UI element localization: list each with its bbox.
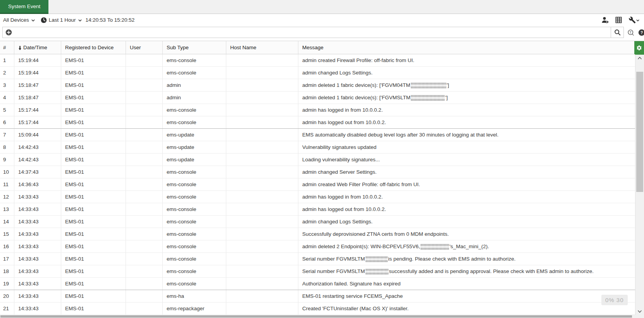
- cell-user: [126, 228, 163, 240]
- table-row[interactable]: 715:09:44EMS-01ems-updateEMS automatical…: [0, 129, 635, 141]
- column-header-subtype[interactable]: Sub Type: [163, 41, 226, 54]
- table-row[interactable]: 115:19:44EMS-01ems-consoleadmin created …: [0, 54, 635, 67]
- search-box: [2, 27, 624, 38]
- cell-subtype: ems-console: [163, 104, 226, 116]
- table-row[interactable]: 914:42:43EMS-01ems-updateLoading vulnera…: [0, 154, 635, 166]
- column-header-time[interactable]: Date/Time: [14, 41, 61, 54]
- tools-wrench-dropdown[interactable]: [629, 16, 640, 24]
- time-filter-dropdown[interactable]: Last 1 Hour: [41, 17, 82, 23]
- cell-time: 14:33:43: [14, 302, 61, 315]
- tab-label: System Event: [8, 3, 40, 9]
- cell-subtype: ems-update: [163, 129, 226, 141]
- table-row[interactable]: 1114:36:43EMS-01ems-consoleadmin created…: [0, 178, 635, 191]
- cell-subtype: ems-console: [163, 253, 226, 265]
- cell-subtype: ems-console: [163, 278, 226, 290]
- column-settings-button[interactable]: [634, 41, 644, 55]
- cell-user: [126, 203, 163, 215]
- cell-host: [226, 240, 298, 252]
- gear-icon: [636, 45, 642, 51]
- tab-system-event[interactable]: System Event: [0, 0, 48, 14]
- cell-time: 14:33:43: [14, 203, 61, 215]
- cell-num: 6: [0, 116, 14, 128]
- cell-message: admin changed Logs Settings.: [298, 67, 635, 79]
- toolbar: All Devices Last 1 Hour 14:20:53 To 15:2…: [0, 14, 644, 26]
- column-header-label: Sub Type: [167, 45, 189, 50]
- cell-host: [226, 116, 298, 128]
- cell-device: EMS-01: [61, 67, 126, 79]
- cell-device: EMS-01: [61, 191, 126, 203]
- table-row[interactable]: 1514:33:43EMS-01ems-consoleSuccessfully …: [0, 228, 635, 240]
- column-header-user[interactable]: User: [126, 41, 163, 54]
- table-row[interactable]: 814:42:43EMS-01ems-updateVulnerability s…: [0, 141, 635, 154]
- scroll-up-arrow-icon[interactable]: [635, 55, 644, 62]
- cell-time: 14:33:43: [14, 240, 61, 252]
- cell-device: EMS-01: [61, 240, 126, 252]
- cell-device: EMS-01: [61, 178, 126, 190]
- table-row[interactable]: 315:18:47EMS-01adminadmin deleted 1 fabr…: [0, 79, 635, 92]
- column-header-label: Registered to Device: [65, 45, 114, 50]
- cell-message: admin created Web Filter Profile: off-fa…: [298, 178, 635, 190]
- table-row[interactable]: 1014:37:43EMS-01ems-consoleadmin changed…: [0, 166, 635, 178]
- column-header-message[interactable]: Message: [298, 41, 634, 54]
- device-filter-dropdown[interactable]: All Devices: [3, 17, 35, 23]
- horizontal-scroll-thumb[interactable]: [0, 315, 632, 318]
- table-row[interactable]: 415:18:47EMS-01adminadmin deleted 1 fabr…: [0, 92, 635, 104]
- cell-device: EMS-01: [61, 166, 126, 178]
- cell-host: [226, 104, 298, 116]
- table-view-icon[interactable]: [615, 16, 622, 24]
- table-row[interactable]: 1914:33:43EMS-01ems-consoleAuthorization…: [0, 278, 635, 290]
- cell-device: EMS-01: [61, 253, 126, 265]
- cell-num: 3: [0, 79, 14, 91]
- cell-message: admin changed Server Settings.: [298, 166, 635, 178]
- table-row[interactable]: 215:19:44EMS-01ems-consoleadmin changed …: [0, 67, 635, 79]
- column-header-host[interactable]: Host Name: [226, 41, 298, 54]
- cell-num: 4: [0, 92, 14, 104]
- cell-user: [126, 129, 163, 141]
- table-row[interactable]: 1214:33:43EMS-01ems-consoleadmin has log…: [0, 191, 635, 203]
- scroll-down-arrow-icon[interactable]: [635, 308, 644, 315]
- search-input[interactable]: [15, 27, 611, 38]
- cell-user: [126, 141, 163, 153]
- search-button[interactable]: [611, 27, 623, 38]
- table-row[interactable]: 1814:33:43EMS-01ems-consoleSerial number…: [0, 265, 635, 278]
- table-row[interactable]: 1714:33:43EMS-01ems-consoleSerial number…: [0, 253, 635, 265]
- table-row[interactable]: 1414:33:43EMS-01ems-consoleadmin changed…: [0, 216, 635, 228]
- cell-num: 15: [0, 228, 14, 240]
- cell-time: 14:33:43: [14, 216, 61, 228]
- cell-subtype: admin: [163, 92, 226, 104]
- vertical-scrollbar[interactable]: [635, 55, 644, 315]
- column-header-num[interactable]: #: [0, 41, 14, 54]
- table-row[interactable]: 615:17:44EMS-01ems-consoleadmin has logg…: [0, 116, 635, 129]
- cell-time: 15:19:44: [14, 54, 61, 66]
- horizontal-scrollbar[interactable]: [0, 315, 644, 318]
- text-search-icon[interactable]: T: [627, 29, 634, 36]
- table-row[interactable]: 515:17:44EMS-01ems-consoleadmin has logg…: [0, 104, 635, 116]
- cell-time: 14:33:43: [14, 228, 61, 240]
- table-row[interactable]: 1614:33:43EMS-01ems-consoleadmin deleted…: [0, 240, 635, 253]
- cell-device: EMS-01: [61, 290, 126, 302]
- redacted-text: [365, 256, 388, 262]
- cell-num: 7: [0, 129, 14, 141]
- table-row[interactable]: 2014:33:43EMS-01ems-haEMS-01 restarting …: [0, 290, 635, 302]
- help-icon[interactable]: ?: [638, 29, 644, 36]
- cell-message: Serial number FGVMSLTM is pending. Pleas…: [298, 253, 635, 265]
- add-filter-icon[interactable]: [5, 29, 12, 36]
- cell-subtype: ems-console: [163, 54, 226, 66]
- cell-user: [126, 178, 163, 190]
- table-row[interactable]: 1314:33:43EMS-01ems-consoleadmin has log…: [0, 203, 635, 216]
- cell-num: 16: [0, 240, 14, 252]
- column-header-device[interactable]: Registered to Device: [61, 41, 126, 54]
- cell-num: 5: [0, 104, 14, 116]
- table-row[interactable]: 2114:33:43EMS-01ems-repackagerCreated 'F…: [0, 302, 635, 315]
- cell-host: [226, 265, 298, 277]
- cell-user: [126, 240, 163, 252]
- cell-time: 14:36:43: [14, 178, 61, 190]
- column-header-label: Message: [302, 45, 324, 50]
- admin-profile-icon[interactable]: [601, 16, 609, 24]
- cell-subtype: admin: [163, 79, 226, 91]
- vertical-scroll-thumb[interactable]: [636, 72, 643, 192]
- cell-subtype: ems-console: [163, 191, 226, 203]
- cell-num: 13: [0, 203, 14, 215]
- cell-subtype: ems-console: [163, 216, 226, 228]
- cell-time: 14:42:43: [14, 154, 61, 166]
